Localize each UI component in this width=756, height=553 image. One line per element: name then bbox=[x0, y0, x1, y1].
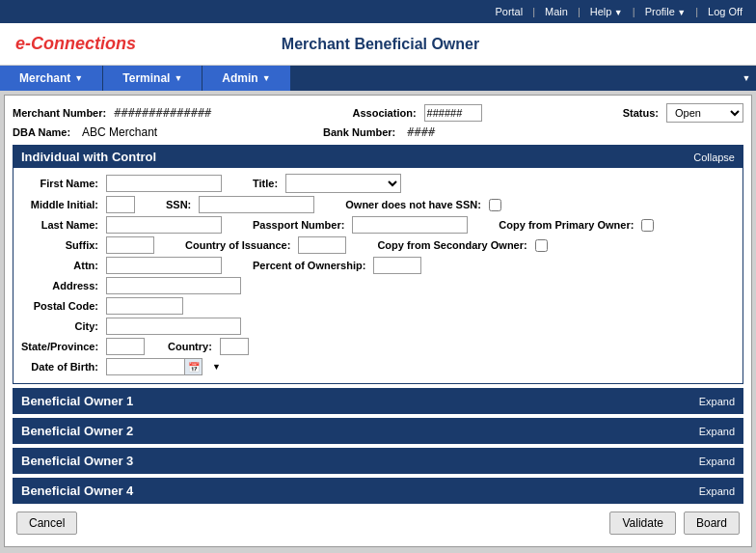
middle-initial-input[interactable] bbox=[106, 196, 135, 213]
board-button[interactable]: Board bbox=[684, 512, 740, 535]
dob-dropdown-arrow[interactable]: ▼ bbox=[212, 362, 221, 372]
individual-form: First Name: Title: Mr. Mrs. Ms. Dr. Midd… bbox=[14, 168, 742, 383]
dba-name-label: DBA Name: bbox=[13, 126, 70, 138]
nav-profile[interactable]: Profile bbox=[639, 6, 692, 17]
owner-no-ssn-label: Owner does not have SSN: bbox=[345, 199, 481, 210]
merchant-info-row1: Merchant Number: ############## Associat… bbox=[13, 103, 743, 123]
nav-logoff[interactable]: Log Off bbox=[702, 6, 748, 17]
percent-ownership-label: Percent of Ownership: bbox=[253, 260, 365, 271]
calendar-icon[interactable]: 📅 bbox=[184, 359, 202, 374]
sep3: | bbox=[633, 6, 635, 17]
copy-primary-checkbox[interactable] bbox=[641, 219, 654, 232]
association-input[interactable] bbox=[424, 104, 482, 122]
bo2-title: Beneficial Owner 2 bbox=[21, 424, 133, 438]
attn-input[interactable] bbox=[106, 257, 222, 274]
suffix-label: Suffix: bbox=[21, 239, 98, 251]
beneficial-owner-3-section: Beneficial Owner 3 Expand bbox=[13, 448, 743, 474]
form-row-state: State/Province: Country: bbox=[21, 338, 735, 355]
top-navigation: Portal | Main | Help | Profile | Log Off bbox=[0, 0, 756, 23]
sub-navigation: Merchant Terminal Admin ▼ bbox=[0, 66, 756, 91]
merchant-info-row2: DBA Name: ABC Merchant Bank Number: #### bbox=[13, 125, 743, 139]
first-name-label: First Name: bbox=[21, 178, 98, 189]
logo-prefix: e- bbox=[15, 34, 31, 53]
last-name-label: Last Name: bbox=[21, 219, 98, 231]
last-name-input[interactable] bbox=[106, 216, 222, 234]
form-row-middle: Middle Initial: SSN: Owner does not have… bbox=[21, 196, 735, 213]
bo4-expand[interactable]: Expand bbox=[699, 485, 735, 497]
city-input[interactable] bbox=[106, 318, 241, 335]
association-label: Association: bbox=[353, 107, 417, 119]
bo1-expand[interactable]: Expand bbox=[699, 396, 735, 407]
bo4-title: Beneficial Owner 4 bbox=[21, 484, 133, 498]
beneficial-owner-4-header[interactable]: Beneficial Owner 4 Expand bbox=[14, 479, 742, 503]
suffix-input[interactable] bbox=[106, 236, 154, 254]
bank-number-label: Bank Number: bbox=[323, 126, 395, 138]
bank-number-value: #### bbox=[407, 125, 435, 139]
bo2-expand[interactable]: Expand bbox=[699, 426, 735, 437]
copy-secondary-checkbox[interactable] bbox=[535, 239, 548, 252]
passport-input[interactable] bbox=[352, 216, 468, 234]
passport-label: Passport Number: bbox=[253, 219, 344, 231]
dob-input-wrapper: 📅 bbox=[106, 358, 202, 375]
subnav-admin[interactable]: Admin bbox=[202, 66, 290, 91]
form-row-firstname: First Name: Title: Mr. Mrs. Ms. Dr. bbox=[21, 174, 735, 193]
beneficial-owner-1-section: Beneficial Owner 1 Expand bbox=[13, 388, 743, 414]
form-row-suffix: Suffix: Country of Issuance: Copy from S… bbox=[21, 236, 735, 254]
logo: e-Connections bbox=[15, 34, 136, 54]
dba-name-value: ABC Merchant bbox=[82, 125, 157, 139]
sep2: | bbox=[578, 6, 580, 17]
status-select[interactable]: Open Closed Pending bbox=[666, 103, 743, 123]
postal-code-input[interactable] bbox=[106, 297, 183, 315]
nav-portal[interactable]: Portal bbox=[489, 6, 528, 17]
state-province-input[interactable] bbox=[106, 338, 145, 355]
bo3-title: Beneficial Owner 3 bbox=[21, 454, 133, 468]
beneficial-owner-3-header[interactable]: Beneficial Owner 3 Expand bbox=[14, 449, 742, 473]
subnav-terminal[interactable]: Terminal bbox=[103, 66, 202, 91]
form-row-address: Address: bbox=[21, 277, 735, 294]
copy-secondary-label: Copy from Secondary Owner: bbox=[377, 239, 526, 251]
collapse-button[interactable]: Collapse bbox=[693, 152, 735, 163]
nav-help[interactable]: Help bbox=[584, 6, 629, 17]
merchant-number-label: Merchant Number: bbox=[13, 107, 106, 119]
status-label: Status: bbox=[623, 107, 659, 119]
bo3-expand[interactable]: Expand bbox=[699, 456, 735, 467]
ssn-label: SSN: bbox=[166, 199, 191, 210]
form-row-attn: Attn: Percent of Ownership: bbox=[21, 257, 735, 274]
form-row-city: City: bbox=[21, 318, 735, 335]
logo-text: Connections bbox=[31, 34, 136, 53]
cancel-button[interactable]: Cancel bbox=[16, 512, 77, 535]
bo1-title: Beneficial Owner 1 bbox=[21, 394, 133, 408]
beneficial-owner-2-header[interactable]: Beneficial Owner 2 Expand bbox=[14, 419, 742, 443]
form-row-lastname: Last Name: Passport Number: Copy from Pr… bbox=[21, 216, 735, 234]
title-label: Title: bbox=[253, 178, 278, 189]
title-select[interactable]: Mr. Mrs. Ms. Dr. bbox=[285, 174, 401, 193]
copy-primary-label: Copy from Primary Owner: bbox=[499, 219, 634, 231]
merchant-number-value: ############## bbox=[114, 106, 211, 120]
dob-input[interactable] bbox=[107, 359, 184, 374]
country-input[interactable] bbox=[220, 338, 249, 355]
sep1: | bbox=[532, 6, 535, 17]
ssn-input[interactable] bbox=[199, 196, 314, 213]
nav-main[interactable]: Main bbox=[539, 6, 574, 17]
validate-button[interactable]: Validate bbox=[609, 512, 675, 535]
address-label: Address: bbox=[21, 280, 98, 291]
dob-label: Date of Birth: bbox=[21, 361, 98, 373]
subnav-merchant[interactable]: Merchant bbox=[0, 66, 103, 91]
bottom-button-bar: Cancel Validate Board bbox=[13, 504, 743, 539]
first-name-input[interactable] bbox=[106, 175, 222, 192]
percent-ownership-input[interactable] bbox=[373, 257, 421, 274]
form-row-postal: Postal Code: bbox=[21, 297, 735, 315]
page-title: Merchant Beneficial Owner bbox=[136, 36, 625, 53]
beneficial-owner-1-header[interactable]: Beneficial Owner 1 Expand bbox=[14, 389, 742, 413]
address-input[interactable] bbox=[106, 277, 241, 294]
main-content: Merchant Number: ############## Associat… bbox=[4, 95, 752, 547]
country-issuance-input[interactable] bbox=[298, 236, 346, 254]
country-label: Country: bbox=[168, 341, 212, 352]
beneficial-owner-2-section: Beneficial Owner 2 Expand bbox=[13, 418, 743, 444]
subnav-expand[interactable]: ▼ bbox=[737, 66, 756, 91]
beneficial-owner-4-section: Beneficial Owner 4 Expand bbox=[13, 478, 743, 504]
individual-section-header: Individual with Control Collapse bbox=[14, 146, 742, 168]
country-issuance-label: Country of Issuance: bbox=[185, 239, 290, 251]
sep4: | bbox=[695, 6, 698, 17]
owner-no-ssn-checkbox[interactable] bbox=[489, 199, 501, 211]
